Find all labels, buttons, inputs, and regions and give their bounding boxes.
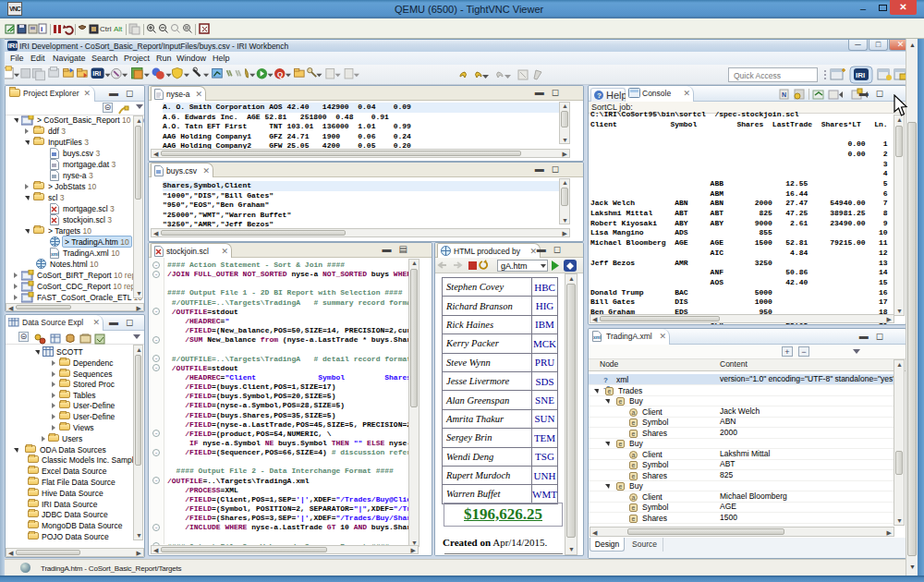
svg-text:Alt: Alt [114, 25, 123, 33]
svg-text:Q: Q [277, 70, 283, 79]
svg-text:Ctrl: Ctrl [100, 25, 112, 33]
svg-text:xml: xml [51, 251, 59, 257]
svg-text:xml: xml [593, 334, 602, 340]
svg-text:IRI: IRI [92, 70, 101, 77]
svg-text:i: i [41, 25, 43, 33]
svg-text:?: ? [597, 91, 602, 100]
svg-text:N: N [782, 91, 786, 98]
svg-text:IRI: IRI [856, 71, 865, 79]
